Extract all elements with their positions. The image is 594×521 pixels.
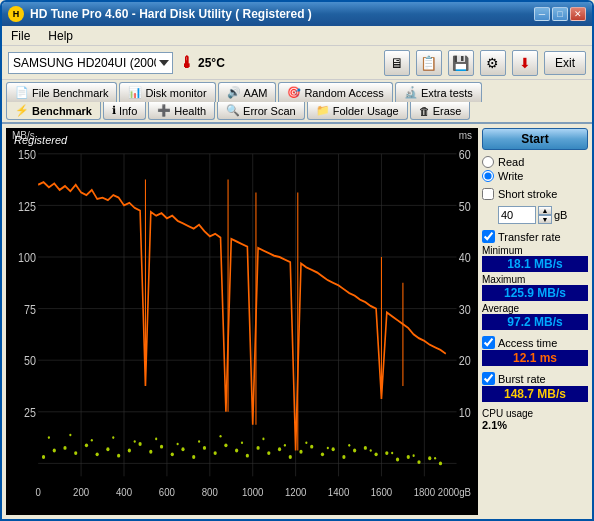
toolbar: SAMSUNG HD204UI (2000 gB) 🌡 25°C 🖥 📋 💾 ⚙…: [2, 46, 592, 80]
svg-point-55: [214, 451, 217, 455]
file-benchmark-icon: 📄: [15, 86, 29, 99]
svg-point-59: [256, 446, 259, 450]
burst-rate-checkbox[interactable]: [482, 372, 495, 385]
svg-text:10: 10: [459, 405, 471, 420]
svg-text:600: 600: [159, 485, 175, 498]
menu-help[interactable]: Help: [45, 28, 76, 44]
tab-random-access-label: Random Access: [304, 87, 383, 99]
svg-text:400: 400: [116, 485, 132, 498]
average-value: 97.2 MB/s: [482, 314, 588, 330]
svg-point-86: [241, 441, 243, 444]
svg-text:50: 50: [24, 353, 36, 368]
svg-point-90: [327, 447, 329, 450]
access-time-checkbox[interactable]: [482, 336, 495, 349]
close-button[interactable]: ✕: [570, 7, 586, 21]
tab-aam[interactable]: 🔊 AAM: [218, 82, 277, 102]
svg-text:2000gB: 2000gB: [438, 485, 471, 498]
toolbar-btn-3[interactable]: 💾: [448, 50, 474, 76]
main-content: MB/s ms Registered: [2, 124, 592, 519]
tab-file-benchmark[interactable]: 📄 File Benchmark: [6, 82, 117, 102]
tab-erase[interactable]: 🗑 Erase: [410, 102, 471, 120]
svg-point-46: [117, 454, 120, 458]
svg-text:30: 30: [459, 302, 471, 317]
svg-point-44: [96, 452, 99, 456]
read-label: Read: [498, 156, 524, 168]
stroke-unit-label: gB: [554, 209, 567, 221]
svg-point-89: [305, 441, 307, 444]
tab-benchmark[interactable]: ⚡ Benchmark: [6, 102, 101, 120]
title-bar: H HD Tune Pro 4.60 - Hard Disk Utility (…: [2, 2, 592, 26]
svg-text:0: 0: [35, 485, 40, 498]
svg-text:25: 25: [24, 405, 36, 420]
minimize-button[interactable]: ─: [534, 7, 550, 21]
short-stroke-checkbox-item[interactable]: Short stroke: [482, 188, 588, 200]
drive-selector[interactable]: SAMSUNG HD204UI (2000 gB): [8, 52, 173, 74]
cpu-usage-value: 2.1%: [482, 419, 588, 431]
svg-point-82: [155, 438, 157, 441]
menu-file[interactable]: File: [8, 28, 33, 44]
read-radio[interactable]: [482, 156, 494, 168]
cpu-usage-section: CPU usage 2.1%: [482, 408, 588, 431]
tab-disk-monitor-label: Disk monitor: [145, 87, 206, 99]
title-bar-left: H HD Tune Pro 4.60 - Hard Disk Utility (…: [8, 6, 312, 22]
svg-point-64: [310, 445, 313, 449]
tabs-bottom: ⚡ Benchmark ℹ Info ➕ Health 🔍 Error Scan…: [2, 102, 592, 124]
start-button[interactable]: Start: [482, 128, 588, 150]
write-radio-label[interactable]: Write: [482, 170, 588, 182]
menu-bar: File Help: [2, 26, 592, 46]
benchmark-icon: ⚡: [15, 104, 29, 117]
tab-extra-tests-label: Extra tests: [421, 87, 473, 99]
extra-tests-icon: 🔬: [404, 86, 418, 99]
health-icon: ➕: [157, 104, 171, 117]
svg-text:60: 60: [459, 147, 471, 162]
tab-benchmark-label: Benchmark: [32, 105, 92, 117]
tab-disk-monitor[interactable]: 📊 Disk monitor: [119, 82, 215, 102]
svg-point-75: [428, 456, 431, 460]
app-icon: H: [8, 6, 24, 22]
read-radio-label[interactable]: Read: [482, 156, 588, 168]
svg-point-93: [391, 452, 393, 455]
maximum-label: Maximum: [482, 274, 588, 285]
svg-point-49: [149, 450, 152, 454]
tab-health[interactable]: ➕ Health: [148, 102, 215, 120]
thermometer-icon: 🌡: [179, 54, 195, 72]
svg-text:1600: 1600: [371, 485, 393, 498]
svg-point-94: [413, 454, 415, 457]
burst-rate-value: 148.7 MB/s: [482, 386, 588, 402]
exit-button[interactable]: Exit: [544, 51, 586, 75]
svg-point-60: [267, 451, 270, 455]
burst-rate-label: Burst rate: [482, 372, 588, 385]
transfer-rate-checkbox[interactable]: [482, 230, 495, 243]
svg-point-57: [235, 449, 238, 453]
svg-text:200: 200: [73, 485, 89, 498]
svg-text:50: 50: [459, 199, 471, 214]
minimum-label: Minimum: [482, 245, 588, 256]
maximize-button[interactable]: □: [552, 7, 568, 21]
svg-text:40: 40: [459, 250, 471, 265]
svg-point-51: [171, 452, 174, 456]
temperature-display: 🌡 25°C: [179, 54, 225, 72]
stroke-spin-up[interactable]: ▲: [538, 206, 552, 215]
svg-point-71: [385, 451, 388, 455]
toolbar-btn-1[interactable]: 🖥: [384, 50, 410, 76]
tab-folder-usage[interactable]: 📁 Folder Usage: [307, 102, 408, 120]
benchmark-chart: MB/s ms Registered: [6, 128, 478, 515]
short-stroke-checkbox[interactable]: [482, 188, 494, 200]
svg-point-79: [91, 439, 93, 442]
stroke-spin-down[interactable]: ▼: [538, 215, 552, 224]
toolbar-btn-2[interactable]: 📋: [416, 50, 442, 76]
stroke-value-input[interactable]: [498, 206, 536, 224]
tab-random-access[interactable]: 🎯 Random Access: [278, 82, 392, 102]
tab-info[interactable]: ℹ Info: [103, 102, 146, 120]
tab-extra-tests[interactable]: 🔬 Extra tests: [395, 82, 482, 102]
window-title: HD Tune Pro 4.60 - Hard Disk Utility ( R…: [30, 7, 312, 21]
toolbar-btn-4[interactable]: ⚙: [480, 50, 506, 76]
svg-point-80: [112, 436, 114, 439]
svg-text:125: 125: [18, 199, 36, 214]
toolbar-btn-5[interactable]: ⬇: [512, 50, 538, 76]
maximum-value: 125.9 MB/s: [482, 285, 588, 301]
svg-point-63: [299, 450, 302, 454]
tab-error-scan[interactable]: 🔍 Error Scan: [217, 102, 305, 120]
write-radio[interactable]: [482, 170, 494, 182]
random-access-icon: 🎯: [287, 86, 301, 99]
